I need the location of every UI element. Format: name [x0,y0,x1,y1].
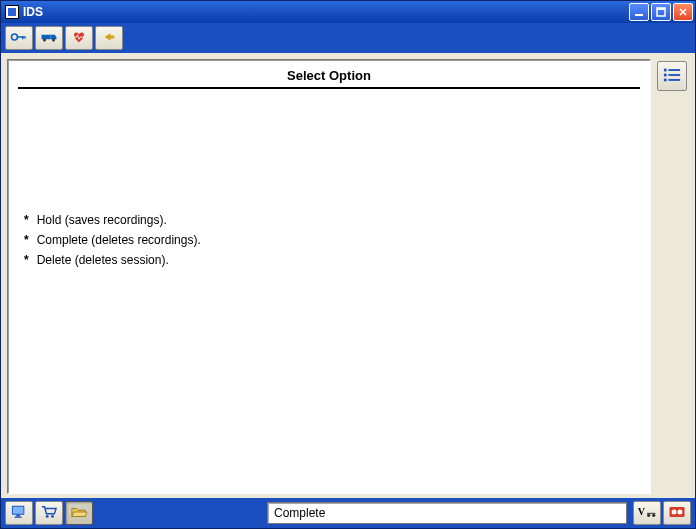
svg-point-11 [43,39,46,42]
svg-rect-9 [24,36,26,38]
bullet-icon: * [24,253,29,267]
svg-rect-22 [16,515,20,517]
svg-rect-8 [22,36,24,39]
vehicle-info-button[interactable]: V [633,501,661,525]
key-tool-button[interactable] [5,26,33,50]
svg-rect-19 [668,79,680,81]
app-window: IDS [0,0,696,529]
record-button[interactable] [663,501,691,525]
close-button[interactable] [673,3,693,21]
list-icon [662,66,682,86]
main-panel: Select Option * Hold (saves recordings).… [7,59,651,494]
status-text: Complete [274,506,325,520]
svg-rect-0 [8,8,16,16]
minimize-button[interactable] [629,3,649,21]
svg-rect-23 [15,516,22,517]
app-icon [5,5,19,19]
body-area: Select Option * Hold (saves recordings).… [1,53,695,498]
maximize-button[interactable] [651,3,671,21]
option-item[interactable]: * Hold (saves recordings). [24,213,640,227]
svg-point-32 [677,510,682,515]
option-label: Complete (deletes recordings). [37,233,201,247]
svg-rect-18 [664,79,667,82]
svg-rect-14 [664,69,667,72]
truck-icon [40,30,58,46]
svg-rect-1 [635,14,643,16]
folder-status-button[interactable] [65,501,93,525]
bullet-icon: * [24,213,29,227]
svg-point-6 [12,34,18,40]
svg-rect-29 [647,513,655,514]
svg-point-12 [52,39,55,42]
options-list: * Hold (saves recordings). * Complete (d… [18,213,640,273]
status-text-field: Complete [267,502,627,524]
svg-rect-15 [668,69,680,71]
back-tool-button[interactable] [95,26,123,50]
bullet-icon: * [24,233,29,247]
svg-rect-10 [42,35,51,40]
svg-point-25 [51,515,54,518]
monitor-icon [10,504,28,522]
option-item[interactable]: * Complete (deletes recordings). [24,233,640,247]
svg-text:V: V [638,506,646,517]
cart-status-button[interactable] [35,501,63,525]
option-item[interactable]: * Delete (deletes session). [24,253,640,267]
heading-rule [18,87,640,89]
heart-icon [70,30,88,46]
svg-rect-21 [13,507,24,514]
svg-point-24 [46,515,49,518]
list-view-button[interactable] [657,61,687,91]
svg-point-31 [672,510,677,515]
svg-point-28 [652,514,655,517]
svg-rect-16 [664,74,667,77]
top-toolbar [1,23,695,53]
cart-icon [40,504,58,522]
option-label: Delete (deletes session). [37,253,169,267]
record-icon [667,504,687,522]
vehicle-info-icon: V [637,504,657,522]
titlebar: IDS [1,1,695,23]
diagnostic-tool-button[interactable] [65,26,93,50]
svg-rect-13 [110,36,115,39]
vehicle-tool-button[interactable] [35,26,63,50]
key-icon [10,30,28,46]
folder-open-icon [70,504,88,522]
back-arrow-icon [100,30,118,46]
status-bar: Complete V [1,498,695,528]
option-label: Hold (saves recordings). [37,213,167,227]
side-toolbar [655,59,689,494]
monitor-status-button[interactable] [5,501,33,525]
svg-point-27 [647,514,650,517]
window-title: IDS [23,5,627,19]
svg-rect-3 [657,8,665,10]
panel-heading: Select Option [18,66,640,87]
svg-rect-17 [668,74,680,76]
